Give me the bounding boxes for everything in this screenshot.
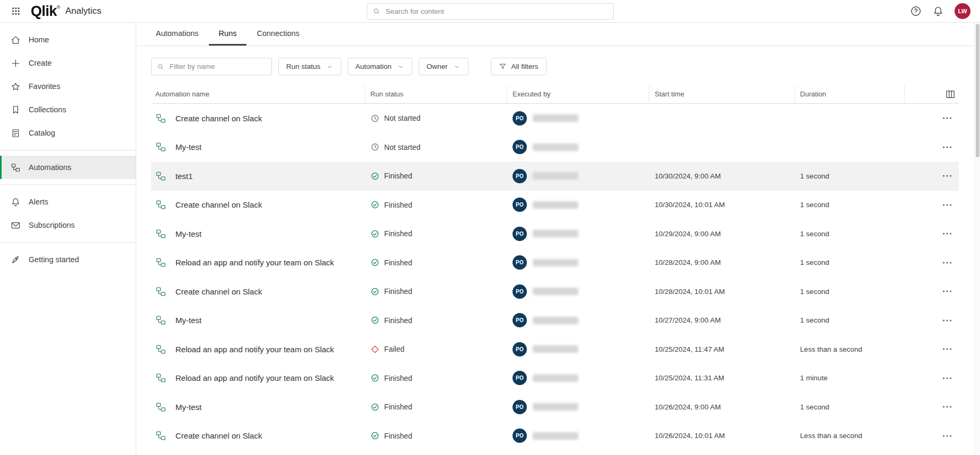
check-circle-icon bbox=[370, 403, 379, 412]
sidebar-divider bbox=[0, 242, 136, 243]
executor-name-redacted bbox=[533, 201, 578, 209]
run-status-cell: Finished bbox=[365, 403, 507, 412]
table-row[interactable]: Create channel on Slack Finished PO 10/3… bbox=[151, 191, 959, 220]
automation-name[interactable]: My-test bbox=[175, 316, 201, 325]
search-input[interactable] bbox=[385, 7, 608, 16]
tab-runs[interactable]: Runs bbox=[209, 23, 247, 46]
sidebar-item-favorites[interactable]: Favorites bbox=[0, 75, 136, 98]
filter-dropdown-automation[interactable]: Automation bbox=[348, 58, 412, 75]
sidebar-item-label: Create bbox=[29, 59, 52, 67]
run-status-cell: Not started bbox=[365, 114, 507, 123]
duration: 1 second bbox=[795, 403, 905, 411]
automation-name[interactable]: test1 bbox=[175, 172, 193, 181]
sidebar-item-subscriptions[interactable]: Subscriptions bbox=[0, 213, 136, 237]
ellipsis-icon bbox=[941, 141, 953, 154]
sidebar-item-getting-started[interactable]: Getting started bbox=[0, 248, 136, 271]
scrollbar-thumb[interactable] bbox=[976, 24, 979, 157]
automation-name[interactable]: Create channel on Slack bbox=[175, 200, 262, 209]
row-menu-button[interactable] bbox=[941, 343, 953, 355]
automation-name[interactable]: Reload an app and notify your team on Sl… bbox=[175, 373, 334, 382]
sidebar-item-collections[interactable]: Collections bbox=[0, 98, 136, 121]
table-row[interactable]: Create channel on Slack Finished PO 10/2… bbox=[151, 422, 959, 451]
help-button[interactable] bbox=[910, 5, 922, 17]
automation-name[interactable]: My-test bbox=[175, 142, 201, 151]
executor-avatar: PO bbox=[513, 400, 527, 414]
run-status-label: Finished bbox=[384, 374, 412, 382]
automation-name[interactable]: Reload an app and notify your team on Sl… bbox=[175, 345, 334, 354]
sidebar-item-home[interactable]: Home bbox=[0, 28, 136, 51]
catalog-icon bbox=[11, 128, 21, 138]
automation-name[interactable]: Reload an app and notify your team on Sl… bbox=[175, 258, 334, 267]
name-filter[interactable] bbox=[151, 58, 272, 75]
ellipsis-icon bbox=[941, 430, 953, 442]
start-time: 10/29/2024, 9:00 AM bbox=[649, 230, 794, 238]
column-picker-button[interactable] bbox=[945, 89, 956, 100]
row-menu-button[interactable] bbox=[941, 199, 953, 211]
run-status-cell: Finished bbox=[365, 316, 507, 325]
table-row[interactable]: My-test Not started PO bbox=[151, 133, 959, 162]
table-row[interactable]: Reload an app and notify your team on Sl… bbox=[151, 248, 959, 278]
table-row[interactable]: Reload an app and notify your team on Sl… bbox=[151, 335, 959, 364]
ellipsis-icon bbox=[941, 400, 953, 413]
filter-dropdown-owner[interactable]: Owner bbox=[419, 58, 469, 75]
row-menu-button[interactable] bbox=[941, 112, 953, 124]
row-menu-button[interactable] bbox=[941, 372, 953, 385]
sidebar-divider bbox=[0, 184, 136, 185]
run-status-cell: Finished bbox=[365, 431, 507, 440]
app-switcher-button[interactable] bbox=[6, 2, 25, 21]
table-row[interactable]: Create channel on Slack Not started PO bbox=[151, 104, 959, 133]
row-menu-button[interactable] bbox=[941, 256, 953, 269]
check-circle-icon bbox=[370, 373, 379, 382]
automation-name[interactable]: My-test bbox=[175, 403, 201, 412]
automation-icon bbox=[155, 141, 166, 153]
automation-name[interactable]: Create channel on Slack bbox=[175, 287, 262, 296]
row-actions-cell bbox=[905, 314, 959, 327]
qlik-logo[interactable]: Qlik® bbox=[31, 4, 60, 19]
row-menu-button[interactable] bbox=[941, 400, 953, 413]
bell-icon bbox=[932, 5, 944, 17]
ellipsis-icon bbox=[941, 256, 953, 269]
table-row[interactable]: My-test Finished PO 10/27/2024, 9:00 AM … bbox=[151, 306, 959, 335]
table-row[interactable]: My-test Finished PO 10/26/2024, 9:00 AM … bbox=[151, 392, 959, 422]
executor-name-redacted bbox=[533, 172, 578, 180]
executor-name-redacted bbox=[533, 345, 578, 353]
sidebar-item-label: Automations bbox=[29, 163, 72, 172]
row-menu-button[interactable] bbox=[941, 430, 953, 442]
sidebar-item-label: Getting started bbox=[29, 255, 79, 264]
notifications-button[interactable] bbox=[932, 5, 944, 17]
sidebar-item-catalog[interactable]: Catalog bbox=[0, 121, 136, 145]
row-menu-button[interactable] bbox=[941, 227, 953, 240]
global-search[interactable] bbox=[367, 3, 614, 20]
automation-name[interactable]: Create channel on Slack bbox=[175, 431, 262, 440]
row-actions-cell bbox=[905, 285, 959, 298]
all-filters-button[interactable]: All filters bbox=[491, 58, 546, 75]
sidebar-item-label: Subscriptions bbox=[29, 221, 75, 229]
vertical-scrollbar[interactable] bbox=[974, 23, 980, 455]
row-menu-button[interactable] bbox=[941, 285, 953, 298]
table-row[interactable]: My-test Finished PO 10/29/2024, 9:00 AM … bbox=[151, 219, 959, 248]
check-circle-icon bbox=[370, 229, 379, 238]
table-row[interactable]: Create channel on Slack Finished PO 10/2… bbox=[151, 277, 959, 306]
sidebar-item-automations[interactable]: Automations bbox=[0, 156, 136, 179]
column-header-run-status: Run status bbox=[365, 85, 507, 103]
automation-name[interactable]: Create channel on Slack bbox=[175, 114, 262, 123]
row-menu-button[interactable] bbox=[941, 169, 953, 182]
sidebar-item-create[interactable]: Create bbox=[0, 51, 136, 75]
table-row[interactable]: test1 Finished PO 10/30/2024, 9:00 AM 1 … bbox=[151, 162, 959, 191]
row-menu-button[interactable] bbox=[941, 141, 953, 154]
table-row[interactable]: Reload an app and notify your team on Sl… bbox=[151, 364, 959, 393]
sidebar-item-alerts[interactable]: Alerts bbox=[0, 190, 136, 213]
tab-connections[interactable]: Connections bbox=[246, 23, 310, 46]
sidebar: HomeCreateFavoritesCollectionsCatalogAut… bbox=[0, 23, 136, 455]
name-filter-input[interactable] bbox=[169, 62, 266, 71]
user-avatar[interactable]: LW bbox=[955, 3, 970, 19]
tab-automations[interactable]: Automations bbox=[146, 23, 209, 46]
duration: 1 second bbox=[795, 172, 905, 180]
filter-dropdown-run-status[interactable]: Run status bbox=[278, 58, 341, 75]
automation-name-cell: Create channel on Slack bbox=[151, 286, 365, 297]
row-menu-button[interactable] bbox=[941, 314, 953, 327]
header-right: LW bbox=[910, 3, 980, 19]
automation-name[interactable]: My-test bbox=[175, 229, 201, 238]
executor-name-redacted bbox=[533, 432, 578, 440]
executed-by-cell: PO bbox=[507, 227, 649, 241]
